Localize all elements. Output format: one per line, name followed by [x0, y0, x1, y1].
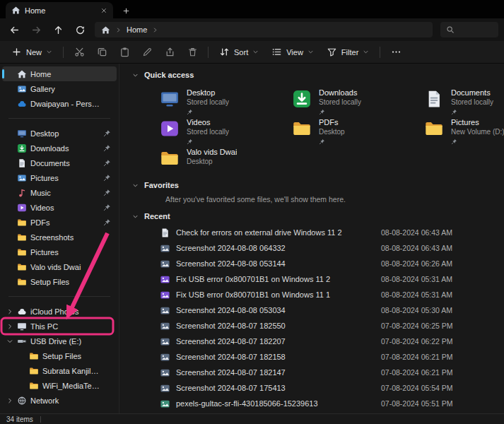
- folder-desktop-icon: [17, 129, 27, 139]
- sidebar-item-label: iCloud Photos: [30, 307, 100, 316]
- sidebar-item-label: Music: [30, 189, 100, 197]
- cut-button[interactable]: [69, 43, 90, 61]
- recent-file-row[interactable]: Screenshot 2024-08-07 175413 07-08-2024 …: [127, 380, 504, 396]
- up-button[interactable]: [48, 20, 68, 39]
- folder-icon: [29, 381, 39, 391]
- recent-file-row[interactable]: Check for errors on external drive Windo…: [127, 225, 504, 240]
- sidebar-item[interactable]: Documents: [2, 155, 117, 170]
- sidebar-item[interactable]: Gallery: [2, 81, 117, 96]
- new-button[interactable]: New: [6, 43, 58, 61]
- onedrive-icon: [17, 99, 27, 109]
- quick-access-item[interactable]: PDFs Desktop: [292, 117, 424, 144]
- folder-icon: [160, 148, 180, 168]
- quick-access-location: Desktop: [187, 158, 237, 166]
- quick-access-item[interactable]: Downloads Stored locally: [292, 88, 424, 114]
- pin-icon: [103, 144, 111, 152]
- sidebar-item[interactable]: Setup Files: [2, 348, 117, 363]
- sidebar-item[interactable]: Pictures: [2, 245, 117, 259]
- sidebar-item-label: USB Drive (E:): [30, 337, 100, 346]
- forward-button[interactable]: [26, 20, 46, 39]
- quick-access-item[interactable]: Desktop Stored locally: [160, 88, 292, 114]
- img-purple-icon: [160, 274, 170, 285]
- sidebar-item[interactable]: USB Drive (E:): [2, 334, 117, 348]
- refresh-button[interactable]: [70, 20, 90, 39]
- sidebar-item-label: Home: [30, 70, 100, 78]
- recent-file-row[interactable]: Screenshot 2024-08-08 064332 08-08-2024 …: [127, 240, 504, 256]
- section-title: Quick access: [144, 71, 194, 79]
- explorer-tab-home[interactable]: Home: [6, 2, 113, 18]
- recent-file-row[interactable]: Fix USB error 0x800701B1 on Windows 11 1…: [127, 287, 504, 302]
- tab-close-icon[interactable]: [100, 7, 107, 14]
- quick-access-name: Videos: [187, 118, 229, 127]
- chevron-icon[interactable]: [6, 338, 13, 345]
- sidebar-item-label: Desktop: [30, 129, 100, 138]
- recent-file-row[interactable]: pexels-gultac-sr-fli-430185066-15239613 …: [127, 396, 504, 411]
- sidebar-item[interactable]: Home: [2, 66, 117, 81]
- sort-button[interactable]: Sort: [213, 43, 264, 61]
- sidebar-item[interactable]: Music: [2, 185, 117, 200]
- recent-file-row[interactable]: Screenshot 2024-08-08 053034 08-08-2024 …: [127, 302, 504, 318]
- folder-icon: [17, 247, 27, 257]
- sidebar-item[interactable]: Network: [2, 393, 117, 408]
- back-button[interactable]: [4, 20, 24, 39]
- address-bar[interactable]: Home: [95, 22, 433, 37]
- filter-button[interactable]: Filter: [321, 43, 375, 61]
- sidebar-item[interactable]: WiFi_MediaTek_v3.3.0.350: [2, 378, 117, 393]
- sidebar-item[interactable]: Subrata Kanjilal files: [2, 363, 117, 378]
- chevron-icon[interactable]: [6, 323, 13, 330]
- sidebar-item-label: Pictures: [30, 174, 100, 182]
- chevron-down-icon: [132, 182, 139, 189]
- sidebar-item[interactable]: iCloud Photos: [2, 304, 117, 319]
- sidebar-item[interactable]: PDFs: [2, 215, 117, 230]
- desktop-icon: [160, 89, 180, 109]
- recent-file-row[interactable]: Screenshot 2024-08-07 182550 07-08-2024 …: [127, 318, 504, 334]
- home-icon: [17, 69, 27, 79]
- scissors-icon: [74, 47, 85, 57]
- recent-file-row[interactable]: Screenshot 2024-08-07 182207 07-08-2024 …: [127, 334, 504, 349]
- shot-icon: [160, 305, 170, 316]
- recent-file-name: Screenshot 2024-08-07 182550: [176, 322, 375, 330]
- section-quick-access-header[interactable]: Quick access: [127, 68, 504, 82]
- ellipsis-icon: [391, 47, 402, 57]
- recent-file-row[interactable]: Fix USB error 0x800701B1 on Windows 11 2…: [127, 271, 504, 287]
- sidebar-item[interactable]: Pictures: [2, 170, 117, 185]
- quick-access-item[interactable]: Pictures New Volume (D:): [424, 117, 504, 144]
- sidebar-item[interactable]: Dwaipayan - Personal: [2, 96, 117, 111]
- recent-file-row[interactable]: Screenshot 2024-08-07 182158 07-08-2024 …: [127, 349, 504, 365]
- sidebar-item[interactable]: Downloads: [2, 141, 117, 155]
- titlebar: Home: [0, 0, 504, 18]
- chevron-icon[interactable]: [6, 397, 13, 404]
- more-options-button[interactable]: [385, 43, 406, 61]
- quick-access-item[interactable]: Documents Stored locally: [424, 88, 504, 114]
- recent-file-row[interactable]: Screenshot 2024-08-08 053144 08-08-2024 …: [127, 256, 504, 271]
- sidebar-item[interactable]: Valo vids Dwai: [2, 259, 117, 274]
- search-input[interactable]: [440, 22, 498, 37]
- section-favorites-header[interactable]: Favorites: [127, 178, 504, 192]
- sidebar-item[interactable]: Videos: [2, 200, 117, 215]
- share-button[interactable]: [159, 43, 180, 61]
- recent-file-row[interactable]: Screenshot 2024-08-07 182147 07-08-2024 …: [127, 365, 504, 380]
- copy-button[interactable]: [91, 43, 112, 61]
- sidebar-item[interactable]: Screenshots: [2, 230, 117, 245]
- sidebar-item[interactable]: This PC: [2, 319, 117, 334]
- shot-icon: [160, 383, 170, 394]
- quick-access-text: Valo vids Dwai Desktop: [187, 147, 237, 174]
- quick-access-item[interactable]: Valo vids Dwai Desktop: [160, 147, 292, 174]
- sidebar-item[interactable]: Desktop: [2, 126, 117, 141]
- view-button[interactable]: View: [266, 43, 320, 61]
- videos-icon: [160, 119, 180, 139]
- rename-button[interactable]: [136, 43, 158, 61]
- sidebar-item-label: Subrata Kanjilal files: [42, 367, 100, 375]
- chevron-icon[interactable]: [6, 308, 13, 315]
- sidebar-item[interactable]: Setup Files: [2, 274, 117, 289]
- quick-access-item[interactable]: Videos Stored locally: [160, 117, 292, 144]
- new-tab-button[interactable]: [119, 4, 133, 17]
- section-recent-header[interactable]: Recent: [127, 209, 504, 223]
- pin-icon: [187, 109, 193, 114]
- delete-button[interactable]: [182, 43, 203, 61]
- paste-button[interactable]: [114, 43, 135, 61]
- folder-downloads-icon: [17, 143, 27, 153]
- trash-icon: [187, 47, 198, 57]
- quick-access-text: Desktop Stored locally: [187, 88, 229, 114]
- breadcrumb-home[interactable]: Home: [127, 25, 147, 34]
